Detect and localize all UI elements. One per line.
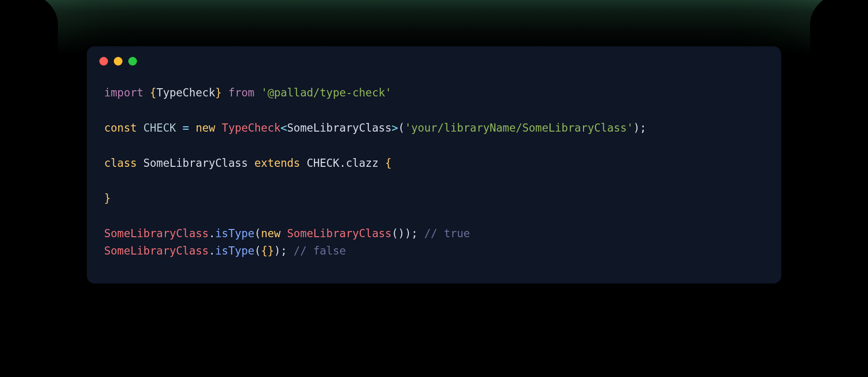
kw-new-2: new bbox=[261, 227, 281, 240]
dot-3: . bbox=[209, 244, 216, 257]
import-source: '@pallad/type-check' bbox=[261, 86, 392, 99]
extends-prop: clazz bbox=[346, 157, 379, 169]
stage: import {TypeCheck} from '@pallad/type-ch… bbox=[0, 0, 868, 377]
call1-method: isType bbox=[215, 227, 254, 240]
generic-arg: SomeLibraryClass bbox=[287, 121, 392, 134]
paren-open-1: ( bbox=[398, 121, 405, 134]
dot-1: . bbox=[339, 157, 346, 169]
paren-close-semi-2: ); bbox=[405, 227, 418, 240]
ctor-arg: 'your/libraryName/SomeLibraryClass' bbox=[405, 121, 633, 134]
ctor-name: TypeCheck bbox=[222, 121, 281, 134]
maximize-icon[interactable] bbox=[128, 57, 137, 66]
code-window: import {TypeCheck} from '@pallad/type-ch… bbox=[87, 46, 781, 283]
extends-obj: CHECK bbox=[307, 157, 339, 169]
paren-close-semi-3: ); bbox=[274, 244, 287, 257]
const-name: CHECK bbox=[143, 121, 176, 134]
call1-obj: SomeLibraryClass bbox=[104, 227, 209, 240]
call2-arg: {} bbox=[261, 244, 274, 257]
call1-empty-paren: () bbox=[392, 227, 405, 240]
class-body-open: { bbox=[385, 157, 392, 169]
paren-open-2: ( bbox=[255, 227, 261, 240]
call1-ctor: SomeLibraryClass bbox=[287, 227, 392, 240]
lt: < bbox=[281, 121, 287, 134]
minimize-icon[interactable] bbox=[114, 57, 122, 66]
code-block: import {TypeCheck} from '@pallad/type-ch… bbox=[87, 70, 781, 259]
dot-2: . bbox=[209, 227, 216, 240]
comment-false: // false bbox=[294, 244, 346, 257]
kw-class: class bbox=[104, 157, 137, 169]
close-icon[interactable] bbox=[99, 57, 108, 66]
call2-obj: SomeLibraryClass bbox=[104, 244, 209, 257]
class-body-close: } bbox=[104, 192, 111, 204]
kw-from: from bbox=[228, 86, 254, 99]
kw-const: const bbox=[104, 121, 137, 134]
window-titlebar bbox=[87, 46, 781, 70]
import-symbol: TypeCheck bbox=[156, 86, 215, 99]
call2-method: isType bbox=[215, 244, 254, 257]
op-eq: = bbox=[183, 121, 190, 134]
paren-open-3: ( bbox=[255, 244, 261, 257]
kw-extends: extends bbox=[255, 157, 300, 169]
class-name: SomeLibraryClass bbox=[143, 157, 248, 169]
brace-open: { bbox=[150, 86, 157, 99]
gt: > bbox=[392, 121, 398, 134]
kw-new-1: new bbox=[196, 121, 216, 134]
paren-close-semi-1: ); bbox=[633, 121, 646, 134]
brace-close: } bbox=[215, 86, 222, 99]
comment-true: // true bbox=[424, 227, 470, 240]
kw-import: import bbox=[104, 86, 143, 99]
